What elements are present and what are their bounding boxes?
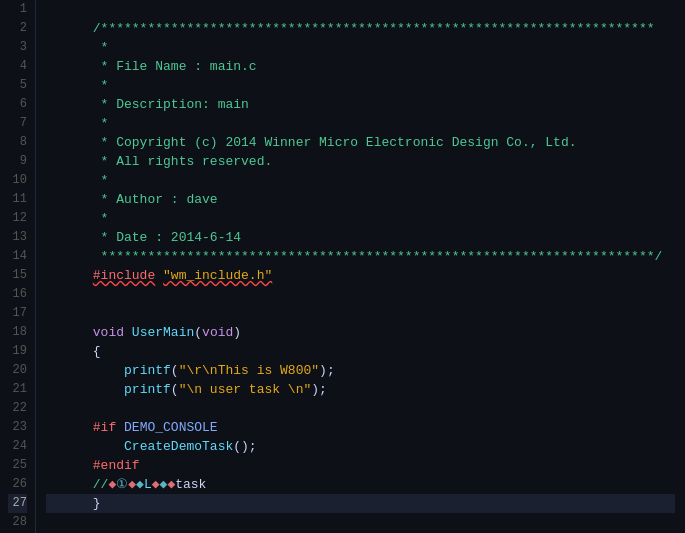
code-span: UserMain (132, 325, 194, 340)
ln-3: 3 (8, 38, 27, 57)
ln-9: 9 (8, 152, 27, 171)
ln-21: 21 (8, 380, 27, 399)
code-span: #endif (93, 458, 140, 473)
code-span: ( (171, 363, 179, 378)
ln-16: 16 (8, 285, 27, 304)
ln-2: 2 (8, 19, 27, 38)
code-line-16 (46, 285, 675, 304)
code-span: * (93, 173, 109, 188)
ln-1: 1 (8, 0, 27, 19)
line-numbers: 1 2 3 4 5 6 7 8 9 10 11 12 13 14 15 16 1… (0, 0, 36, 533)
code-span: ( (194, 325, 202, 340)
ln-14: 14 (8, 247, 27, 266)
code-span: ◆ (128, 477, 136, 492)
code-span: "\n user task \n" (179, 382, 312, 397)
ln-18: 18 (8, 323, 27, 342)
code-span: ① (116, 477, 128, 492)
code-line-22: #if DEMO_CONSOLE (46, 399, 675, 418)
code-span: "wm_include.h" (163, 268, 272, 283)
code-line-10: * Author : dave (46, 171, 675, 190)
ln-5: 5 (8, 76, 27, 95)
code-span: ) (233, 325, 241, 340)
code-span: * Description: main (93, 97, 249, 112)
code-span: task (175, 477, 206, 492)
code-span: #include (93, 268, 155, 283)
code-span: ( (171, 382, 179, 397)
code-line-25: //◆①◆◆L◆◆◆task (46, 456, 675, 475)
ln-10: 10 (8, 171, 27, 190)
ln-23: 23 (8, 418, 27, 437)
code-span: void (202, 325, 233, 340)
code-span: "\r\nThis is W800" (179, 363, 319, 378)
code-span: * Author : dave (93, 192, 218, 207)
code-line-17: void UserMain(void) (46, 304, 675, 323)
code-content[interactable]: /***************************************… (36, 0, 685, 533)
ln-13: 13 (8, 228, 27, 247)
code-span (93, 439, 124, 454)
code-span: * File Name : main.c (93, 59, 257, 74)
code-line-19: printf("\r\nThis is W800"); (46, 342, 675, 361)
code-line-3: * File Name : main.c (46, 38, 675, 57)
ln-26: 26 (8, 475, 27, 494)
code-span: printf (124, 363, 171, 378)
ln-4: 4 (8, 57, 27, 76)
code-editor: 1 2 3 4 5 6 7 8 9 10 11 12 13 14 15 16 1… (0, 0, 685, 533)
code-span: L (144, 477, 152, 492)
code-span: ); (319, 363, 335, 378)
ln-11: 11 (8, 190, 27, 209)
ln-22: 22 (8, 399, 27, 418)
code-span: { (93, 344, 101, 359)
code-span: ); (311, 382, 327, 397)
code-span: #if (93, 420, 116, 435)
code-span: } (93, 496, 101, 511)
code-line-27 (46, 494, 675, 513)
code-line-12: * Date : 2014-6-14 (46, 209, 675, 228)
code-line-28 (46, 513, 675, 532)
code-span (116, 420, 124, 435)
code-line-5: * Description: main (46, 76, 675, 95)
code-span: DEMO_CONSOLE (124, 420, 218, 435)
code-span: * Copyright (c) 2014 Winner Micro Electr… (93, 135, 577, 150)
ln-17: 17 (8, 304, 27, 323)
code-span: ◆ (136, 477, 144, 492)
code-span: ****************************************… (93, 249, 663, 264)
code-span: /***************************************… (93, 21, 655, 36)
code-span (155, 268, 163, 283)
ln-15: 15 (8, 266, 27, 285)
ln-27: 27 (8, 494, 27, 513)
code-span: * All rights reserved. (93, 154, 272, 169)
code-span (124, 325, 132, 340)
code-span: CreateDemoTask (124, 439, 233, 454)
ln-7: 7 (8, 114, 27, 133)
ln-25: 25 (8, 456, 27, 475)
code-span: // (93, 477, 109, 492)
code-span: * (93, 78, 109, 93)
code-span: printf (124, 382, 171, 397)
ln-12: 12 (8, 209, 27, 228)
ln-19: 19 (8, 342, 27, 361)
code-span: * (93, 116, 109, 131)
code-span: (); (233, 439, 256, 454)
ln-24: 24 (8, 437, 27, 456)
code-span: ◆ (152, 477, 160, 492)
code-span: * (93, 211, 109, 226)
code-line-1: /***************************************… (46, 0, 675, 19)
ln-6: 6 (8, 95, 27, 114)
code-span: * Date : 2014-6-14 (93, 230, 241, 245)
code-span: void (93, 325, 124, 340)
ln-20: 20 (8, 361, 27, 380)
code-span (93, 363, 124, 378)
ln-28: 28 (8, 513, 27, 532)
ln-8: 8 (8, 133, 27, 152)
code-span: * (93, 40, 109, 55)
code-span (93, 382, 124, 397)
code-line-7: * Copyright (c) 2014 Winner Micro Electr… (46, 114, 675, 133)
